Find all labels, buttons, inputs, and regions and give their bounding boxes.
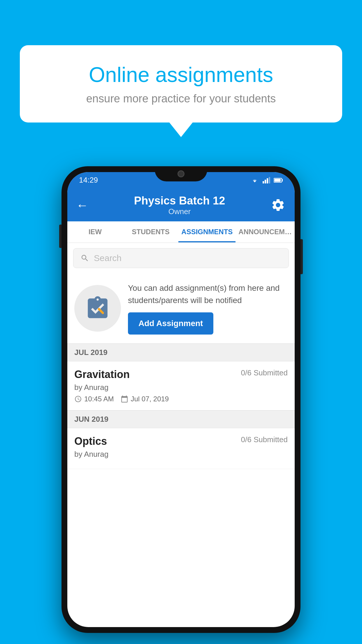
search-input-wrap[interactable]: Search — [73, 248, 289, 268]
speech-bubble-arrow — [169, 123, 193, 137]
header-title: Physics Batch 12 — [134, 195, 225, 207]
search-icon — [80, 254, 89, 262]
header-subtitle: Owner — [134, 207, 225, 216]
section-header-jun: JUN 2019 — [67, 410, 295, 428]
speech-bubble: Online assignments ensure more practice … — [20, 45, 342, 123]
assignment-item-header-optics: Optics 0/6 Submitted — [74, 435, 288, 447]
search-placeholder: Search — [94, 253, 122, 263]
assignment-time-gravitation: 10:45 AM — [74, 395, 114, 403]
phone-shell: 14:29 — [61, 166, 301, 633]
side-button-right — [301, 239, 303, 274]
battery-icon — [274, 178, 283, 183]
assignment-submitted-gravitation: 0/6 Submitted — [241, 368, 288, 377]
svg-rect-3 — [269, 177, 270, 183]
assignment-name-gravitation: Gravitation — [74, 368, 130, 381]
assignment-icon-circle — [74, 285, 121, 332]
status-time: 14:29 — [79, 176, 98, 185]
tabs-bar: IEW STUDENTS ASSIGNMENTS ANNOUNCEM… — [67, 221, 295, 243]
tab-assignments[interactable]: ASSIGNMENTS — [178, 221, 236, 242]
settings-button[interactable] — [271, 198, 286, 213]
svg-rect-5 — [282, 179, 283, 181]
assignment-date-gravitation: Jul 07, 2019 — [121, 395, 169, 403]
section-header-jul: JUL 2019 — [67, 344, 295, 361]
info-card: You can add assignment(s) from here and … — [67, 273, 295, 344]
back-button[interactable]: ← — [76, 198, 88, 212]
phone-container: 14:29 — [61, 166, 301, 633]
calendar-icon — [121, 395, 128, 403]
clock-icon — [74, 395, 82, 403]
phone-notch — [155, 166, 207, 181]
header-title-group: Physics Batch 12 Owner — [134, 195, 225, 216]
assignment-by-optics: by Anurag — [74, 450, 288, 459]
assignment-submitted-optics: 0/6 Submitted — [241, 435, 288, 444]
phone-screen: 14:29 — [67, 172, 295, 627]
assignment-item-header: Gravitation 0/6 Submitted — [74, 368, 288, 381]
svg-rect-6 — [274, 179, 281, 182]
info-card-right: You can add assignment(s) from here and … — [128, 282, 288, 335]
svg-rect-1 — [265, 180, 266, 183]
wifi-icon — [250, 177, 259, 183]
tab-announcements[interactable]: ANNOUNCEM… — [236, 221, 295, 242]
side-button-left — [59, 225, 61, 248]
svg-rect-2 — [267, 178, 268, 183]
status-icons — [250, 177, 283, 183]
app-header: ← Physics Batch 12 Owner — [67, 188, 295, 221]
signal-icon — [263, 177, 270, 183]
info-card-text: You can add assignment(s) from here and … — [128, 282, 288, 307]
search-container: Search — [67, 243, 295, 273]
tab-students[interactable]: STUDENTS — [123, 221, 179, 242]
speech-bubble-subtitle: ensure more practice for your students — [40, 92, 322, 105]
assignment-by-gravitation: by Anurag — [74, 383, 288, 392]
speech-bubble-title: Online assignments — [40, 63, 322, 87]
add-assignment-button[interactable]: Add Assignment — [128, 312, 213, 335]
phone-camera — [178, 170, 184, 177]
speech-bubble-container: Online assignments ensure more practice … — [20, 45, 342, 137]
svg-rect-0 — [263, 181, 264, 183]
assignment-name-optics: Optics — [74, 435, 107, 447]
tab-iew[interactable]: IEW — [67, 221, 123, 242]
assignment-book-icon — [85, 295, 111, 321]
assignment-item-optics[interactable]: Optics 0/6 Submitted by Anurag — [67, 428, 295, 469]
assignment-item-gravitation[interactable]: Gravitation 0/6 Submitted by Anurag 10:4… — [67, 361, 295, 410]
assignment-meta-gravitation: 10:45 AM Jul 07, 2019 — [74, 395, 288, 403]
